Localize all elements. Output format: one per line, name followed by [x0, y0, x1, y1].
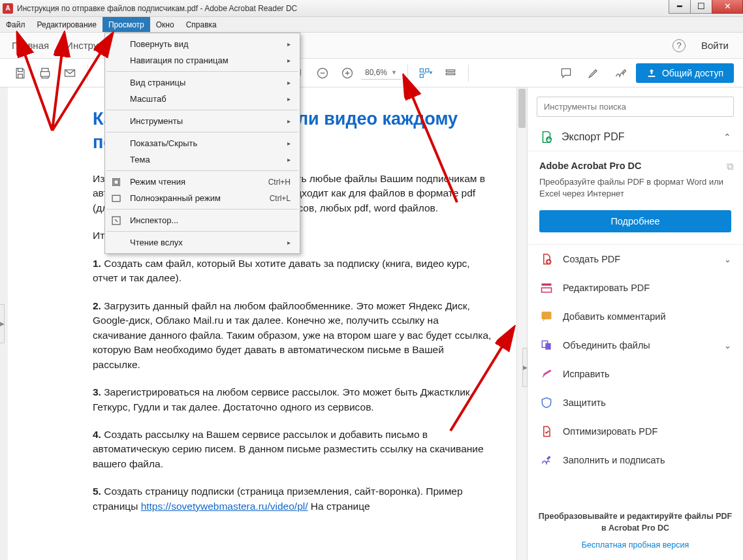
tool-icon	[539, 424, 554, 439]
menu-item[interactable]: Полноэкранный режимCtrl+L	[105, 190, 300, 206]
tool-icon	[539, 367, 554, 381]
sidebar-footer: Преобразовывайте и редактируйте файлы PD…	[528, 501, 743, 560]
chevron-up-icon: ⌃	[723, 132, 731, 142]
search-input[interactable]	[537, 97, 734, 117]
page-view-icon[interactable]	[439, 62, 462, 84]
print-icon[interactable]	[34, 62, 56, 84]
mail-icon[interactable]	[59, 62, 81, 84]
menu-item[interactable]: Режим чтенияCtrl+H	[105, 174, 300, 190]
sidebar-tool[interactable]: Добавить комментарий	[528, 302, 743, 331]
tool-label: Редактировать PDF	[563, 283, 650, 293]
share-button[interactable]: Общий доступ	[636, 63, 734, 83]
menu-help[interactable]: Справка	[180, 17, 223, 32]
right-panel-handle[interactable]: ▶	[522, 348, 528, 387]
reading-icon	[110, 176, 122, 188]
sidebar-tool[interactable]: Защитить	[528, 388, 743, 417]
svg-rect-4	[446, 73, 454, 75]
app-icon: A	[3, 3, 13, 14]
tool-icon	[539, 309, 554, 324]
sidebar-search	[537, 97, 734, 117]
left-panel-handle[interactable]: ▶	[0, 304, 5, 343]
svg-rect-14	[112, 195, 120, 201]
doc-step-2: 2. Загрузить данный файл на любом файлоо…	[93, 299, 493, 372]
chevron-down-icon: ⌄	[724, 341, 731, 350]
comment-icon[interactable]	[555, 62, 577, 84]
pages-icon[interactable]: ⧉	[727, 161, 734, 172]
help-icon[interactable]: ?	[672, 39, 686, 52]
tool-label: Защитить	[563, 397, 606, 408]
tool-icon	[539, 453, 554, 467]
export-subtitle: Adobe Acrobat Pro DC	[539, 161, 731, 171]
titlebar: A Инструкция по отправке файлов подписчи…	[0, 0, 743, 17]
svg-rect-3	[446, 70, 454, 72]
sign-icon[interactable]	[610, 62, 632, 84]
footer-trial-link[interactable]: Бесплатная пробная версия	[537, 540, 734, 550]
menu-file[interactable]: Файл	[0, 17, 31, 32]
zoom-in-icon[interactable]	[336, 62, 358, 84]
export-more-button[interactable]: Подробнее	[539, 210, 731, 232]
svg-rect-13	[114, 179, 119, 184]
sidebar-export-head[interactable]: Экспорт PDF ⌃	[528, 123, 743, 151]
highlight-icon[interactable]	[582, 62, 605, 84]
doc-step-1: 1. Создать сам файл, который Вы хотите д…	[93, 257, 493, 286]
vertical-scrollbar[interactable]	[516, 87, 527, 560]
maximize-button[interactable]: ☐	[690, 0, 712, 14]
sidebar-tool[interactable]: Редактировать PDF	[528, 273, 743, 302]
chevron-down-icon: ▼	[391, 69, 397, 76]
sidebar-tool[interactable]: Оптимизировать PDF	[528, 417, 743, 446]
export-pdf-icon	[539, 130, 554, 144]
chevron-down-icon: ⌄	[724, 255, 731, 264]
tool-icon	[539, 396, 554, 410]
sidebar-export-title: Экспорт PDF	[561, 131, 625, 143]
svg-rect-9	[542, 312, 552, 320]
menu-item[interactable]: Инспектор...	[105, 212, 300, 228]
menu-item[interactable]: Повернуть вид▸	[105, 36, 300, 52]
sidebar-tool[interactable]: Заполнить и подписать	[528, 446, 743, 474]
doc-step-5: 5. Создать страницу подписки (страница п…	[93, 484, 493, 514]
menu-item[interactable]: Масштаб▸	[105, 91, 300, 107]
save-icon[interactable]	[9, 62, 31, 84]
upload-icon	[646, 68, 657, 78]
zoom-out-icon[interactable]	[311, 62, 334, 84]
menu-item[interactable]: Чтение вслух▸	[105, 234, 300, 251]
menubar: Файл Редактирование Просмотр Окно Справк…	[0, 17, 743, 33]
tool-label: Создать PDF	[563, 254, 620, 264]
menu-item[interactable]: Показать/Скрыть▸	[105, 135, 300, 151]
tool-label: Оптимизировать PDF	[563, 426, 657, 437]
svg-rect-7	[542, 284, 552, 286]
close-button[interactable]: ✕	[712, 0, 743, 14]
view-menu-dropdown: Повернуть вид▸Навигация по страницам▸Вид…	[104, 33, 300, 254]
menu-item[interactable]: Вид страницы▸	[105, 74, 300, 91]
right-sidebar: Экспорт PDF ⌃ ⧉ Adobe Acrobat Pro DC Пре…	[528, 87, 743, 560]
sidebar-tool[interactable]: Создать PDF⌄	[528, 245, 743, 273]
sidebar-export-body: ⧉ Adobe Acrobat Pro DC Преобразуйте файл…	[528, 151, 743, 245]
minimize-button[interactable]: ━	[669, 0, 691, 14]
tool-icon	[539, 252, 554, 266]
menu-window[interactable]: Окно	[150, 17, 180, 32]
window-controls: ━ ☐ ✕	[669, 0, 743, 14]
doc-step-4: 4. Создать рассылку на Вашем сервисе рас…	[93, 428, 493, 471]
svg-rect-8	[542, 288, 552, 292]
tool-label: Исправить	[563, 369, 610, 379]
menu-edit[interactable]: Редактирование	[31, 17, 103, 32]
inspector-icon	[110, 215, 122, 226]
sidebar-tool[interactable]: Исправить	[528, 360, 743, 388]
tool-icon	[539, 338, 554, 352]
zoom-level[interactable]: 80,6%▼	[361, 66, 401, 80]
login-button[interactable]: Войти	[701, 40, 729, 51]
footer-promo: Преобразовывайте и редактируйте файлы PD…	[537, 511, 734, 534]
menu-item[interactable]: Навигация по страницам▸	[105, 52, 300, 69]
tool-label: Объединить файлы	[563, 340, 650, 350]
doc-link[interactable]: https://sovetywebmastera.ru/video/pl/	[141, 501, 308, 512]
menu-item[interactable]: Тема▸	[105, 151, 300, 168]
fullscreen-icon	[110, 193, 122, 204]
menu-view[interactable]: Просмотр	[103, 17, 150, 32]
menu-item[interactable]: Инструменты▸	[105, 113, 300, 129]
sidebar-tool[interactable]: Объединить файлы⌄	[528, 331, 743, 360]
svg-rect-11	[545, 343, 550, 350]
fit-width-icon[interactable]: ▼	[415, 62, 437, 84]
tab-home[interactable]: Главная	[12, 40, 49, 51]
tool-label: Заполнить и подписать	[563, 455, 665, 465]
doc-step-3: 3. Зарегистрироваться на любом сервисе р…	[93, 385, 493, 414]
tool-icon	[539, 281, 554, 295]
